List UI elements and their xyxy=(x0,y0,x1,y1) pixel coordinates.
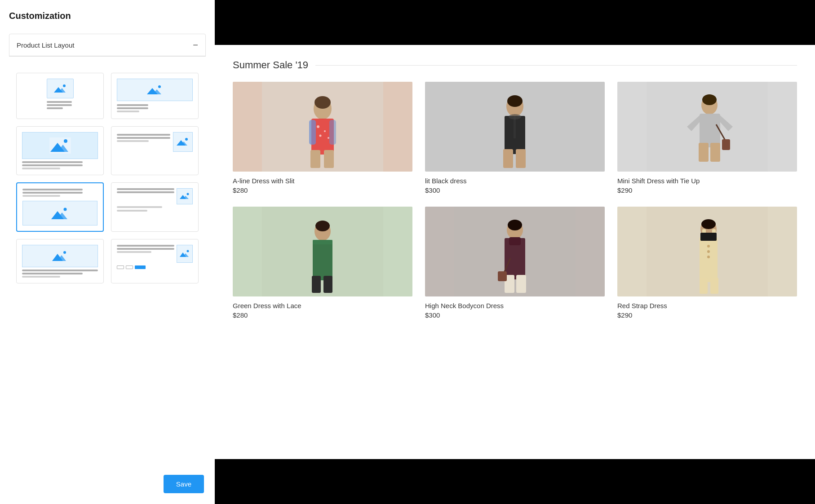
product-name-2: lit Black dress xyxy=(425,177,605,185)
customization-panel: Customization Product List Layout − xyxy=(0,0,215,504)
save-button[interactable]: Save xyxy=(164,475,204,493)
svg-rect-48 xyxy=(503,149,513,168)
product-image-4 xyxy=(233,207,412,296)
svg-point-29 xyxy=(187,250,189,252)
svg-rect-80 xyxy=(700,237,718,282)
layout-card-6[interactable] xyxy=(111,182,199,232)
layout-card-8[interactable] xyxy=(111,239,199,283)
svg-point-1 xyxy=(63,84,66,87)
product-grid: A-line Dress with Slit $280 xyxy=(233,82,797,319)
svg-point-42 xyxy=(319,135,322,137)
svg-rect-54 xyxy=(700,114,720,147)
product-card-4[interactable]: Green Dress with Lace $280 xyxy=(233,207,412,319)
layout-card-3[interactable] xyxy=(16,126,104,175)
product-card-2[interactable]: lit Black dress $300 xyxy=(425,82,605,194)
svg-point-40 xyxy=(317,125,319,128)
product-name-3: Mini Shift Dress with Tie Up xyxy=(617,177,797,185)
svg-rect-61 xyxy=(722,139,730,150)
svg-rect-68 xyxy=(313,240,332,244)
svg-point-39 xyxy=(314,96,331,109)
svg-rect-73 xyxy=(509,237,521,245)
svg-rect-64 xyxy=(313,240,332,280)
svg-rect-28 xyxy=(179,249,190,259)
svg-point-9 xyxy=(64,139,67,143)
top-black-bar xyxy=(215,0,815,45)
card-lines-1 xyxy=(47,101,74,109)
svg-rect-89 xyxy=(710,278,718,294)
layout-card-5[interactable] xyxy=(16,182,104,232)
product-price-6: $290 xyxy=(617,311,797,319)
svg-point-84 xyxy=(701,219,716,229)
product-price-3: $290 xyxy=(617,186,797,194)
svg-point-5 xyxy=(158,85,161,88)
bottom-black-bar xyxy=(215,459,815,504)
product-name-6: Red Strap Dress xyxy=(617,302,797,309)
product-section: Summer Sale '19 xyxy=(215,45,815,459)
svg-point-17 xyxy=(63,208,66,211)
product-card-3[interactable]: Mini Shift Dress with Tie Up $290 xyxy=(617,82,797,194)
svg-rect-38 xyxy=(324,150,334,168)
section-title: Summer Sale '19 xyxy=(233,59,308,71)
svg-rect-66 xyxy=(312,276,321,293)
svg-point-59 xyxy=(702,94,717,105)
product-price-4: $280 xyxy=(233,311,412,319)
layout-card-1[interactable] xyxy=(16,73,104,119)
panel-title: Customization xyxy=(9,11,206,21)
layout-card-2[interactable] xyxy=(111,73,199,119)
svg-rect-58 xyxy=(710,143,720,162)
svg-rect-75 xyxy=(516,275,526,293)
section-header: Product List Layout − xyxy=(9,34,206,56)
product-image-2 xyxy=(425,82,605,172)
svg-rect-20 xyxy=(179,192,190,201)
svg-point-87 xyxy=(707,256,710,258)
product-image-6 xyxy=(617,207,797,296)
product-image-5 xyxy=(425,207,605,296)
product-price-2: $300 xyxy=(425,186,605,194)
svg-rect-57 xyxy=(699,143,709,162)
product-image-3 xyxy=(617,82,797,172)
svg-rect-36 xyxy=(329,120,336,145)
svg-point-85 xyxy=(707,245,710,248)
svg-rect-37 xyxy=(310,150,320,168)
svg-rect-77 xyxy=(498,271,507,281)
product-price-1: $280 xyxy=(233,186,412,194)
svg-point-65 xyxy=(315,221,330,231)
layout-grid xyxy=(9,66,206,291)
svg-rect-67 xyxy=(323,276,332,293)
svg-point-50 xyxy=(507,95,523,107)
section-title: Product List Layout xyxy=(17,41,74,49)
product-image-1 xyxy=(233,82,412,172)
svg-rect-83 xyxy=(700,233,717,241)
svg-rect-12 xyxy=(176,137,190,147)
product-card-1[interactable]: A-line Dress with Slit $280 xyxy=(233,82,412,194)
svg-point-72 xyxy=(508,220,522,230)
section-heading: Summer Sale '19 xyxy=(233,59,797,71)
svg-rect-88 xyxy=(700,278,708,294)
card-img-1 xyxy=(47,79,74,98)
product-name-5: High Neck Bodycon Dress xyxy=(425,302,605,309)
product-name-4: Green Dress with Lace xyxy=(233,302,412,309)
svg-point-25 xyxy=(63,251,66,254)
layout-card-7[interactable] xyxy=(16,239,104,283)
product-card-5[interactable]: High Neck Bodycon Dress $300 xyxy=(425,207,605,319)
product-name-1: A-line Dress with Slit xyxy=(233,177,412,185)
section-divider xyxy=(9,56,206,57)
svg-point-51 xyxy=(509,114,521,119)
svg-rect-35 xyxy=(309,120,316,145)
right-panel: Summer Sale '19 xyxy=(215,0,815,504)
product-card-6[interactable]: Red Strap Dress $290 xyxy=(617,207,797,319)
layout-card-4[interactable] xyxy=(111,126,199,175)
product-price-5: $300 xyxy=(425,311,605,319)
svg-point-21 xyxy=(187,193,189,195)
svg-rect-0 xyxy=(52,83,68,94)
svg-rect-49 xyxy=(516,149,526,168)
svg-point-43 xyxy=(328,137,329,139)
svg-point-13 xyxy=(185,138,188,141)
svg-point-86 xyxy=(707,250,710,253)
collapse-icon[interactable]: − xyxy=(193,40,198,49)
svg-point-41 xyxy=(324,130,326,132)
